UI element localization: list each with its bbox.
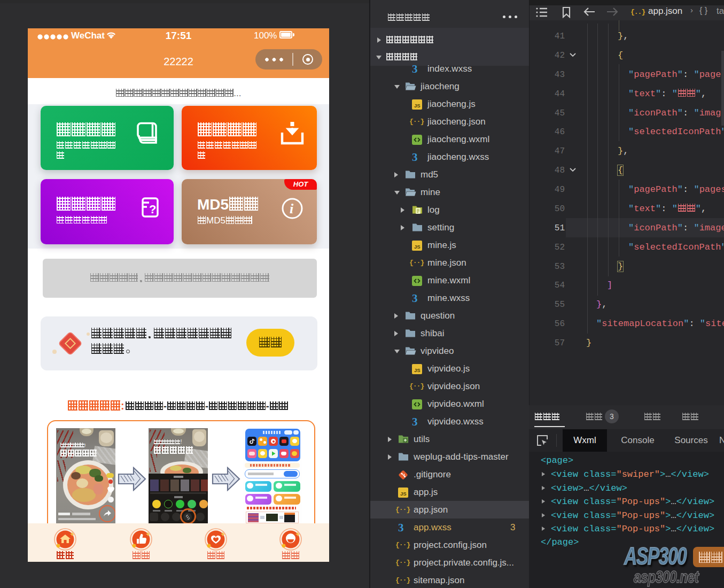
svg-text:i: i xyxy=(290,201,294,216)
svg-text:JS: JS xyxy=(414,103,421,109)
svg-text:?: ? xyxy=(149,203,156,216)
svg-text:JS: JS xyxy=(414,244,421,250)
svg-text:JS: JS xyxy=(400,491,407,497)
svg-text:JS: JS xyxy=(414,367,421,373)
